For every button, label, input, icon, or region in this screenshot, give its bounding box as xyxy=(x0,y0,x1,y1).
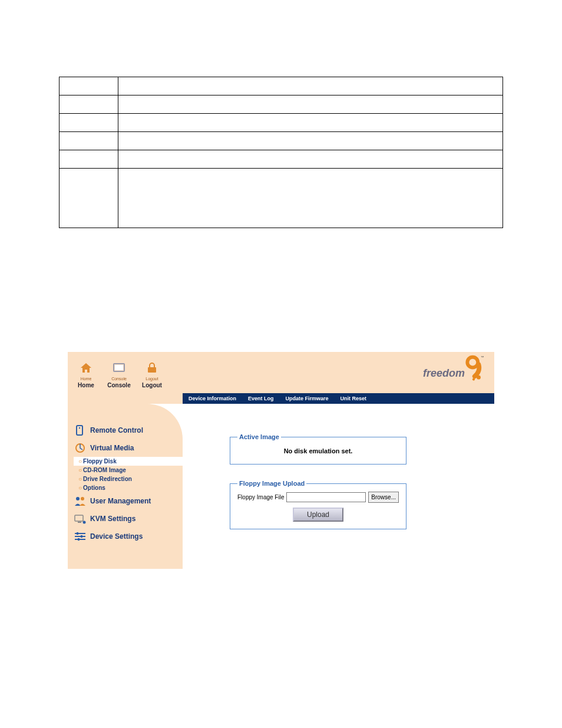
sidebar-sub-cdrom[interactable]: ○CD-ROM Image xyxy=(74,466,183,475)
sidebar-device-label: Device Settings xyxy=(90,532,143,541)
active-image-panel: Active Image No disk emulation set. xyxy=(230,433,406,465)
nine-icon: ™ xyxy=(464,354,484,381)
remote-control-icon xyxy=(74,424,87,437)
sidebar-sub-options[interactable]: ○Options xyxy=(74,483,183,492)
console-main-label: Console xyxy=(107,382,130,388)
logout-icon xyxy=(146,360,158,375)
brand-text: freedom xyxy=(423,367,465,379)
svg-rect-19 xyxy=(77,532,78,535)
sidebar-sub-floppy[interactable]: ○Floppy Disk xyxy=(74,457,183,466)
sidebar-sub-drive-redir[interactable]: ○Drive Redirection xyxy=(74,475,183,483)
kvm-icon xyxy=(74,512,87,525)
device-icon xyxy=(74,530,87,543)
home-small-label: Home xyxy=(81,377,92,381)
sidebar-device[interactable]: Device Settings xyxy=(74,528,183,545)
svg-point-5 xyxy=(477,375,481,380)
nav-update-firmware[interactable]: Update Firmware xyxy=(280,396,335,401)
logout-button[interactable]: Logout Logout xyxy=(140,360,164,388)
users-icon xyxy=(74,495,87,508)
svg-rect-13 xyxy=(75,515,83,521)
floppy-upload-panel: Floppy Image Upload Floppy Image File Br… xyxy=(230,480,406,529)
sidebar-sub-floppy-label: Floppy Disk xyxy=(83,457,117,466)
home-main-label: Home xyxy=(78,382,94,388)
sidebar-sub-cdrom-label: CD-ROM Image xyxy=(83,466,126,475)
brand-logo: freedom ™ xyxy=(423,354,484,381)
svg-point-12 xyxy=(81,497,84,500)
svg-rect-8 xyxy=(77,426,82,435)
sidebar-user-mgmt-label: User Management xyxy=(90,497,151,505)
main-panel: Active Image No disk emulation set. Flop… xyxy=(183,404,494,569)
sidebar-remote-control-label: Remote Control xyxy=(90,426,143,434)
floppy-file-input[interactable] xyxy=(286,492,366,502)
sidebar-sub-drive-redir-label: Drive Redirection xyxy=(83,475,132,483)
console-icon xyxy=(112,360,126,375)
empty-table xyxy=(59,77,503,228)
svg-rect-1 xyxy=(115,365,123,370)
sidebar-remote-control[interactable]: Remote Control xyxy=(74,421,183,439)
upload-button[interactable]: Upload xyxy=(293,508,343,522)
sidebar-user-mgmt[interactable]: User Management xyxy=(74,492,183,510)
svg-point-9 xyxy=(79,427,80,429)
nav-unit-reset[interactable]: Unit Reset xyxy=(335,396,373,401)
console-button[interactable]: Console Console xyxy=(107,360,131,388)
svg-rect-20 xyxy=(81,535,82,538)
svg-point-11 xyxy=(76,497,80,500)
home-icon xyxy=(80,360,92,375)
svg-rect-21 xyxy=(78,538,80,541)
floppy-upload-legend: Floppy Image Upload xyxy=(237,480,306,487)
active-image-status: No disk emulation set. xyxy=(237,445,399,457)
app-window: Home Home Console Console Logout Logout … xyxy=(68,352,494,569)
active-image-legend: Active Image xyxy=(237,433,281,440)
svg-rect-14 xyxy=(78,522,81,523)
svg-point-6 xyxy=(472,378,475,380)
sidebar-virtual-media-label: Virtual Media xyxy=(90,444,134,452)
nav-event-log[interactable]: Event Log xyxy=(242,396,280,401)
nav-bar: Device Information Event Log Update Firm… xyxy=(183,393,494,404)
sidebar-kvm-label: KVM Settings xyxy=(90,515,135,523)
sidebar-sub-options-label: Options xyxy=(83,483,105,492)
nav-device-info[interactable]: Device Information xyxy=(183,396,242,401)
sidebar: Remote Control Virtual Media ○Floppy Dis… xyxy=(68,404,183,569)
virtual-media-icon xyxy=(74,442,87,454)
svg-text:™: ™ xyxy=(481,355,484,359)
home-button[interactable]: Home Home xyxy=(74,360,98,388)
floppy-file-label: Floppy Image File xyxy=(237,494,284,500)
console-small-label: Console xyxy=(111,377,127,381)
browse-button[interactable]: Browse... xyxy=(368,492,399,503)
logout-main-label: Logout xyxy=(142,382,162,388)
svg-point-4 xyxy=(469,359,476,366)
svg-point-15 xyxy=(83,521,86,524)
top-bar: Home Home Console Console Logout Logout … xyxy=(68,352,494,393)
sidebar-virtual-media[interactable]: Virtual Media xyxy=(74,439,183,457)
sidebar-kvm[interactable]: KVM Settings xyxy=(74,510,183,528)
logout-small-label: Logout xyxy=(146,377,158,381)
svg-rect-2 xyxy=(148,367,156,373)
